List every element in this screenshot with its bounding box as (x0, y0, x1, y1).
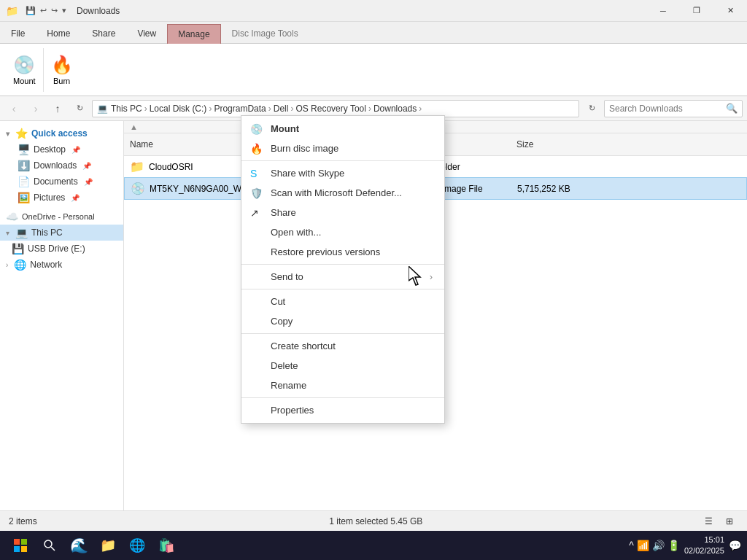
search-icon[interactable]: 🔍 (726, 103, 738, 114)
qat-redo[interactable]: ↪ (51, 6, 58, 15)
back-button[interactable]: ‹ (4, 99, 23, 118)
downloads-pin: 📌 (82, 162, 91, 170)
qat-down[interactable]: ▾ (62, 6, 66, 15)
addr-this-pc[interactable]: This PC (111, 104, 142, 114)
ctx-cut[interactable]: Cut (241, 292, 444, 311)
documents-label: Documents (34, 176, 78, 187)
ctx-copy[interactable]: Copy (241, 311, 444, 331)
title-bar-left: 📁 💾 ↩ ↪ ▾ Downloads (6, 5, 120, 17)
ctx-send-to[interactable]: Send to › (241, 267, 444, 287)
qat-icon[interactable]: 💾 (26, 6, 36, 15)
taskbar-clock[interactable]: 15:01 02/02/2025 (684, 534, 724, 557)
ctx-restore-versions[interactable]: Restore previous versions (241, 242, 444, 262)
ctx-open-with[interactable]: Open with... (241, 222, 444, 242)
tray-battery[interactable]: 🔋 (667, 540, 680, 551)
ctx-scan-defender[interactable]: 🛡️ Scan with Microsoft Defender... (241, 183, 444, 203)
window-title: Downloads (77, 6, 120, 16)
sort-toggle[interactable]: ▲ (130, 122, 138, 131)
ctx-burn[interactable]: 🔥 Burn disc image (241, 139, 444, 158)
notification-icon[interactable]: 💬 (729, 540, 741, 551)
system-tray: ^ 📶 🔊 🔋 (629, 540, 680, 551)
start-button[interactable] (6, 531, 35, 560)
details-view-btn[interactable]: ☰ (700, 513, 718, 530)
ctx-create-shortcut[interactable]: Create shortcut (241, 336, 444, 356)
ctx-share[interactable]: ↗ Share (241, 203, 444, 222)
svg-rect-1 (14, 539, 20, 545)
search-input[interactable] (609, 104, 726, 114)
tab-view[interactable]: View (126, 23, 167, 43)
ctx-sep1 (241, 160, 444, 161)
sidebar-item-pictures[interactable]: 🖼️ Pictures 📌 (0, 190, 123, 206)
taskbar-chrome[interactable]: 🌐 (123, 531, 152, 560)
folder-icon: 📁 (6, 5, 18, 17)
taskbar-edge[interactable]: 🌊 (64, 531, 93, 560)
address-refresh-btn[interactable]: ↻ (582, 99, 601, 118)
sidebar-quick-access[interactable]: ▾ ⭐ Quick access (0, 125, 123, 141)
ctx-sep4 (241, 333, 444, 334)
addr-local-disk[interactable]: Local Disk (C:) (150, 104, 207, 114)
addr-downloads[interactable]: Downloads (374, 104, 417, 114)
usb-icon: 💾 (12, 243, 23, 254)
documents-pin: 📌 (84, 178, 93, 186)
tray-volume[interactable]: 🔊 (652, 540, 665, 551)
clock-date: 02/02/2025 (684, 545, 724, 556)
network-icon: 🌐 (14, 259, 26, 271)
sidebar-item-onedrive[interactable]: ☁️ OneDrive - Personal (0, 209, 123, 225)
downloads-label: Downloads (34, 160, 77, 171)
address-bar[interactable]: 💻 This PC › Local Disk (C:) › ProgramDat… (92, 100, 579, 117)
addr-computer-icon: 💻 (97, 104, 108, 114)
quick-access-label: Quick access (31, 128, 88, 139)
close-button[interactable]: ✕ (713, 0, 747, 22)
refresh-button[interactable]: ↻ (70, 99, 89, 118)
sidebar-item-documents[interactable]: 📄 Documents 📌 (0, 174, 123, 190)
qat-undo[interactable]: ↩ (40, 6, 47, 15)
forward-button[interactable]: › (26, 99, 45, 118)
tab-home[interactable]: Home (36, 23, 81, 43)
svg-rect-3 (14, 546, 20, 552)
addr-dell[interactable]: Dell (274, 104, 289, 114)
svg-rect-2 (21, 539, 27, 545)
sidebar: ▾ ⭐ Quick access 🖥️ Desktop 📌 ⬇️ Downloa… (0, 121, 124, 510)
col-header-size[interactable]: Size (511, 136, 584, 152)
ctx-delete[interactable]: Delete (241, 356, 444, 376)
tray-network[interactable]: 📶 (637, 540, 649, 551)
sidebar-item-this-pc[interactable]: ▾ 💻 This PC (0, 225, 123, 241)
file-size-1: 5,715,252 KB (511, 182, 584, 195)
tab-disc-image-tools[interactable]: Disc Image Tools (221, 23, 309, 43)
tab-manage[interactable]: Manage (167, 24, 220, 44)
file-size-0 (511, 166, 584, 168)
pictures-icon: 🖼️ (18, 192, 29, 203)
tab-file[interactable]: File (0, 23, 36, 43)
taskbar-search[interactable] (35, 531, 64, 560)
taskbar-right: ^ 📶 🔊 🔋 15:01 02/02/2025 💬 (629, 534, 741, 557)
addr-os-recovery[interactable]: OS Recovery Tool (295, 104, 366, 114)
large-icons-btn[interactable]: ⊞ (721, 513, 738, 530)
ribbon-mount-btn[interactable]: 💿 Mount (6, 48, 44, 92)
ribbon-burn-btn[interactable]: 🔥 Burn (44, 48, 80, 92)
sidebar-item-usb[interactable]: 💾 USB Drive (E:) (0, 241, 123, 257)
mount-icon: 💿 (250, 123, 263, 135)
ribbon-tabs: File Home Share View Manage Disc Image T… (0, 22, 747, 44)
sidebar-item-downloads[interactable]: ⬇️ Downloads 📌 (0, 158, 123, 174)
addr-programdata[interactable]: ProgramData (214, 104, 266, 114)
up-button[interactable]: ↑ (48, 99, 67, 118)
taskbar-file-explorer[interactable]: 📁 (93, 531, 123, 560)
ctx-share-skype[interactable]: S Share with Skype (241, 163, 444, 183)
tray-chevron[interactable]: ^ (629, 540, 634, 551)
ctx-rename[interactable]: Rename (241, 376, 444, 395)
minimize-button[interactable]: ─ (646, 0, 680, 22)
maximize-button[interactable]: ❐ (680, 0, 713, 22)
sidebar-item-network[interactable]: › 🌐 Network (0, 257, 123, 273)
taskbar-store[interactable]: 🛍️ (152, 531, 181, 560)
this-pc-label: This PC (31, 228, 63, 238)
tab-share[interactable]: Share (81, 23, 126, 43)
ctx-properties[interactable]: Properties (241, 400, 444, 420)
ctx-mount[interactable]: 💿 Mount (241, 119, 444, 139)
pictures-pin: 📌 (71, 194, 80, 202)
ctx-sep2 (241, 264, 444, 265)
desktop-icon: 🖥️ (18, 144, 29, 155)
selected-info: 1 item selected 5.45 GB (329, 516, 422, 526)
sidebar-item-desktop[interactable]: 🖥️ Desktop 📌 (0, 141, 123, 158)
ctx-sep3 (241, 289, 444, 289)
svg-line-6 (51, 547, 55, 551)
